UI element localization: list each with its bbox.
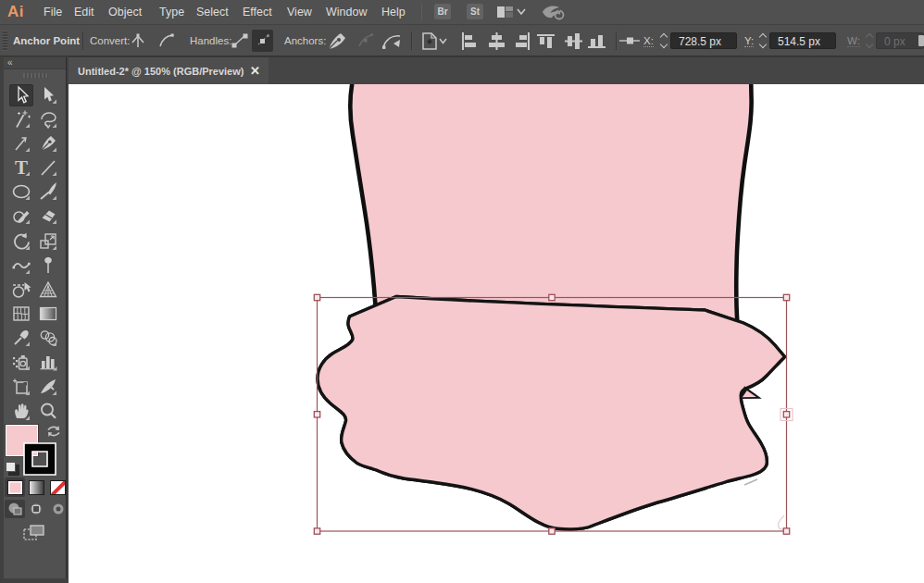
svg-text:T: T [15,157,28,178]
